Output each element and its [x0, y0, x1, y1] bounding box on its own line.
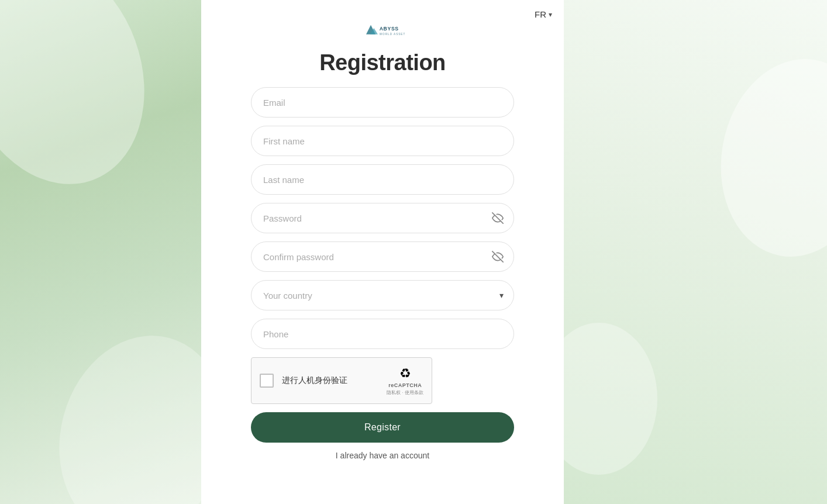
country-wrapper: Your country China United States France …: [251, 280, 514, 310]
brand-logo: ABYSS WORLD ASSET: [359, 18, 406, 41]
page-title: Registration: [319, 50, 446, 75]
language-label: FR: [535, 9, 546, 19]
confirm-password-field[interactable]: [251, 241, 514, 272]
email-field[interactable]: [251, 87, 514, 118]
password-wrapper: [251, 203, 514, 233]
registration-form: Your country China United States France …: [251, 87, 514, 472]
svg-text:WORLD ASSET: WORLD ASSET: [380, 33, 406, 36]
recaptcha-widget[interactable]: 进行人机身份验证 ♻ reCAPTCHA 隐私权 · 使用条款: [251, 357, 432, 404]
country-select[interactable]: Your country China United States France …: [251, 280, 514, 310]
recaptcha-label: 进行人机身份验证: [282, 375, 378, 386]
recaptcha-logo-icon: ♻: [399, 366, 411, 381]
logo-area: ABYSS WORLD ASSET: [201, 18, 564, 41]
password-toggle-icon[interactable]: [492, 212, 504, 224]
confirm-password-toggle-icon[interactable]: [492, 251, 504, 263]
left-decorative-panel: [0, 0, 201, 504]
password-field[interactable]: [251, 203, 514, 233]
right-decorative-panel: [564, 0, 827, 504]
recaptcha-branding: ♻ reCAPTCHA 隐私权 · 使用条款: [387, 366, 423, 396]
main-content: FR ▾ ABYSS WORLD ASSET Registration: [201, 0, 564, 504]
recaptcha-brand-text: reCAPTCHA: [388, 382, 422, 388]
confirm-password-wrapper: [251, 241, 514, 272]
language-selector[interactable]: FR ▾: [535, 9, 552, 19]
login-link[interactable]: I already have an account: [251, 451, 514, 460]
chevron-down-icon: ▾: [549, 11, 552, 19]
phone-field[interactable]: [251, 319, 514, 349]
register-button[interactable]: Register: [251, 412, 514, 443]
recaptcha-checkbox[interactable]: [260, 374, 274, 388]
first-name-field[interactable]: [251, 126, 514, 156]
recaptcha-links-text: 隐私权 · 使用条款: [387, 389, 423, 396]
svg-text:ABYSS: ABYSS: [380, 26, 399, 32]
last-name-field[interactable]: [251, 164, 514, 195]
